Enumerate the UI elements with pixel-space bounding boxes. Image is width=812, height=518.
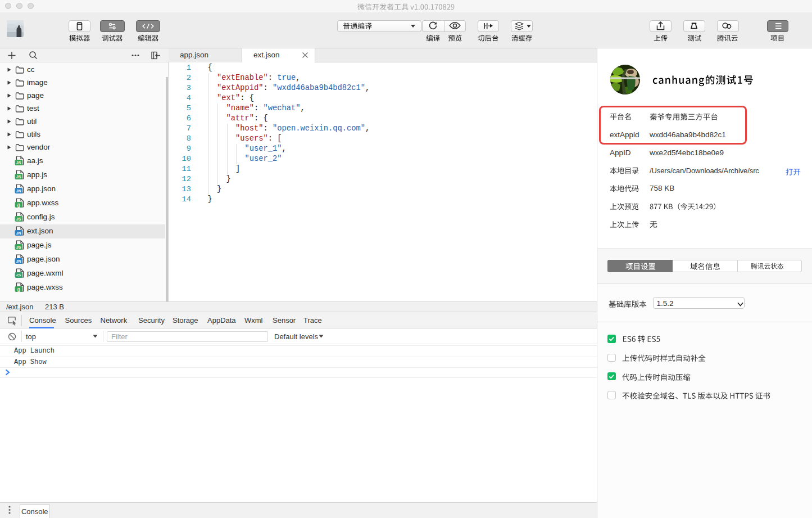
svg-text:{}: {}	[17, 202, 20, 208]
svg-text:JS: JS	[16, 245, 21, 250]
svg-text:JN: JN	[16, 259, 21, 264]
svg-text:JN: JN	[16, 231, 21, 236]
svg-text:JS: JS	[16, 160, 21, 165]
svg-text:JS: JS	[16, 217, 21, 222]
svg-text:JS: JS	[16, 174, 21, 179]
svg-text:{}: {}	[17, 287, 20, 292]
svg-text:JN: JN	[16, 188, 21, 193]
svg-text:<>: <>	[16, 273, 21, 278]
